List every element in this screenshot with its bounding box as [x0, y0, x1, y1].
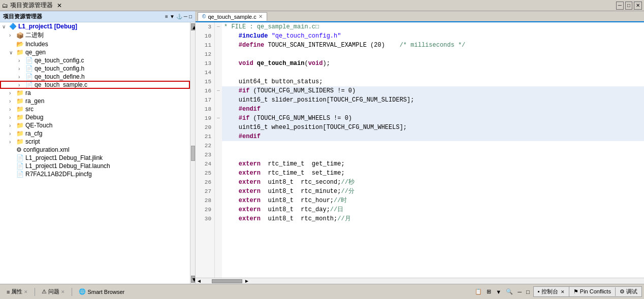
- maximize-button[interactable]: □: [625, 2, 632, 10]
- ra-label: ra: [25, 89, 31, 96]
- properties-icon: ≡: [7, 289, 10, 295]
- racfg-label: ra_cfg: [25, 130, 42, 137]
- bottom-icon-min[interactable]: ─: [516, 288, 523, 295]
- filter-icon[interactable]: ▼: [170, 14, 175, 19]
- maximize-sidebar-icon[interactable]: □: [189, 14, 192, 19]
- debug-icon: 📁: [16, 114, 24, 121]
- sidebar-scrollbar[interactable]: ▲ ▼: [190, 22, 195, 284]
- line-num-15: 15: [196, 77, 214, 86]
- close-button[interactable]: ✕: [634, 2, 642, 10]
- sidebar-header: 项目资源管理器 ≡ ▼ ⚓ ─ □: [0, 11, 195, 22]
- define-h-arrow[interactable]: ›: [18, 74, 25, 80]
- pincfg-label: R7FA2L1AB2DFL.pincfg: [25, 171, 92, 178]
- bottom-right-tab-debug[interactable]: ⚙ 调试: [616, 287, 641, 296]
- sidebar-item-script[interactable]: › 📁 script: [0, 138, 190, 146]
- sidebar-scroll-down[interactable]: ▼: [191, 276, 195, 283]
- sidebar-scroll-up[interactable]: ▲: [191, 23, 195, 30]
- sidebar-item-config-c[interactable]: › 📄 qe_touch_config.c: [0, 56, 190, 64]
- sidebar-item-config-h[interactable]: › 📄 qe_touch_config.h: [0, 64, 190, 73]
- collapse-icon[interactable]: ≡: [165, 14, 168, 19]
- code-content[interactable]: * FILE : qe_sample_main.c□ #include "qe_…: [222, 22, 644, 278]
- line-num-27: 27: [196, 187, 214, 196]
- line-num-22: 22: [196, 141, 214, 150]
- active-tab[interactable]: © qe_touch_sample.c ✕: [198, 12, 267, 21]
- sample-c-arrow[interactable]: ›: [18, 82, 25, 88]
- separator-2: [72, 288, 72, 296]
- title-bar-text: 项目资源管理器: [10, 1, 53, 10]
- code-line-14: [222, 68, 644, 77]
- binary-arrow[interactable]: ›: [9, 32, 16, 38]
- fold-25: [215, 169, 222, 178]
- line-num-20: 20: [196, 123, 214, 132]
- src-arrow[interactable]: ›: [9, 107, 16, 112]
- title-bar-close-icon[interactable]: ✕: [57, 2, 62, 9]
- sidebar-item-pincfg[interactable]: 📄 R7FA2L1AB2DFL.pincfg: [0, 170, 190, 178]
- bottom-tab-problems[interactable]: ⚠ 问题 ✕: [37, 286, 70, 297]
- code-13-fn: qe_touch_main: [257, 59, 305, 68]
- line-num-30: 30: [196, 214, 214, 223]
- code-line-27: extern uint8_t rtc_minute;//分: [222, 187, 644, 196]
- sidebar-item-binary[interactable]: › 📦 二进制: [0, 30, 190, 40]
- bottom-tab-properties[interactable]: ≡ 属性 ✕: [2, 286, 33, 297]
- h-scroll-left[interactable]: ◄: [197, 278, 202, 284]
- bottom-icon-max[interactable]: □: [525, 288, 531, 295]
- sidebar-item-ra[interactable]: › 📁 ra: [0, 89, 190, 97]
- link-icon[interactable]: ⚓: [176, 14, 182, 19]
- code-line-26: extern uint8_t rtc_second;//秒: [222, 178, 644, 187]
- minimize-button[interactable]: ─: [616, 2, 624, 10]
- h-scroll-thumb[interactable]: [212, 279, 242, 283]
- sidebar-item-includes[interactable]: 📂 Includes: [0, 40, 190, 48]
- bottom-right-tab-console[interactable]: ▪ 控制台 ✕: [534, 287, 569, 296]
- line-num-12: 12: [196, 50, 214, 59]
- script-arrow[interactable]: ›: [9, 139, 16, 145]
- debug-arrow[interactable]: ›: [9, 115, 16, 120]
- qetouch-icon: 📁: [16, 122, 24, 129]
- sidebar-item-racfg[interactable]: › 📁 ra_cfg: [0, 129, 190, 138]
- sidebar-item-define-h[interactable]: › 📄 qe_touch_define.h: [0, 73, 190, 81]
- fold-19[interactable]: ─: [215, 114, 222, 123]
- code-line-12: [222, 50, 644, 59]
- bottom-icon-filter[interactable]: ▼: [494, 288, 503, 295]
- code-18-endif: #endif: [224, 105, 261, 114]
- sidebar-item-launch[interactable]: 📄 L1_project1 Debug_Flat.launch: [0, 162, 190, 170]
- bottom-right-tab-pinconflicts[interactable]: ⚑ Pin Conflicts: [569, 287, 616, 296]
- config-c-arrow[interactable]: ›: [18, 58, 25, 63]
- ragan-arrow[interactable]: ›: [9, 98, 16, 104]
- sidebar-item-src[interactable]: › 📁 src: [0, 105, 190, 113]
- bottom-tab-smartbrowser[interactable]: 🌐 Smart Browser: [74, 286, 129, 297]
- bottom-icon-clipboard[interactable]: 📋: [473, 288, 484, 295]
- fold-23: [215, 150, 222, 159]
- root-arrow[interactable]: ∨: [2, 24, 9, 29]
- sidebar-scroll-thumb[interactable]: [191, 146, 195, 161]
- ra-arrow[interactable]: ›: [9, 90, 16, 96]
- bottom-icon-grid[interactable]: ⊞: [485, 288, 493, 295]
- h-scroll-right[interactable]: ►: [244, 278, 249, 284]
- qetouch-arrow[interactable]: ›: [9, 123, 16, 128]
- sidebar-item-qetouch[interactable]: › 📁 QE-Touch: [0, 121, 190, 129]
- console-close[interactable]: ✕: [561, 289, 565, 294]
- config-h-arrow[interactable]: ›: [18, 66, 25, 72]
- code-line-19: #if (TOUCH_CFG_NUM_WHEELS != 0): [222, 114, 644, 123]
- sidebar-item-sample-c[interactable]: › 📄 qe_touch_sample.c: [0, 81, 190, 89]
- separator-1: [35, 288, 35, 296]
- sidebar-item-config-xml[interactable]: ⚙ configuration.xml: [0, 146, 190, 154]
- minimize-sidebar-icon[interactable]: ─: [184, 14, 187, 19]
- fold-3[interactable]: ─: [215, 22, 222, 31]
- racfg-arrow[interactable]: ›: [9, 131, 16, 137]
- fold-16[interactable]: ─: [215, 86, 222, 95]
- ragan-label: ra_gen: [25, 97, 44, 105]
- fold-markers: ─ ─ ─: [215, 22, 222, 278]
- qegen-arrow[interactable]: ∨: [9, 50, 16, 55]
- line-num-18: 18: [196, 105, 214, 114]
- sidebar-item-ragan[interactable]: › 📁 ra_gen: [0, 97, 190, 105]
- sidebar-item-qegen[interactable]: ∨ 📁 qe_gen: [0, 48, 190, 56]
- tab-close-button[interactable]: ✕: [259, 14, 263, 19]
- bottom-icon-search[interactable]: 🔍: [504, 288, 514, 295]
- horizontal-scrollbar[interactable]: ◄ ►: [196, 278, 644, 284]
- problems-suffix: ✕: [61, 289, 65, 294]
- problems-label: 问题: [48, 288, 59, 295]
- sidebar-item-jlink[interactable]: 📄 L1_project1 Debug_Flat.jlink: [0, 154, 190, 162]
- code-editor: 3 10 11 12 13 14 15 16 17 18 19 20 21 22…: [196, 22, 644, 278]
- tree-root[interactable]: ∨ 🔷 L1_project1 [Debug]: [0, 22, 190, 30]
- sidebar-item-debug[interactable]: › 📁 Debug: [0, 113, 190, 121]
